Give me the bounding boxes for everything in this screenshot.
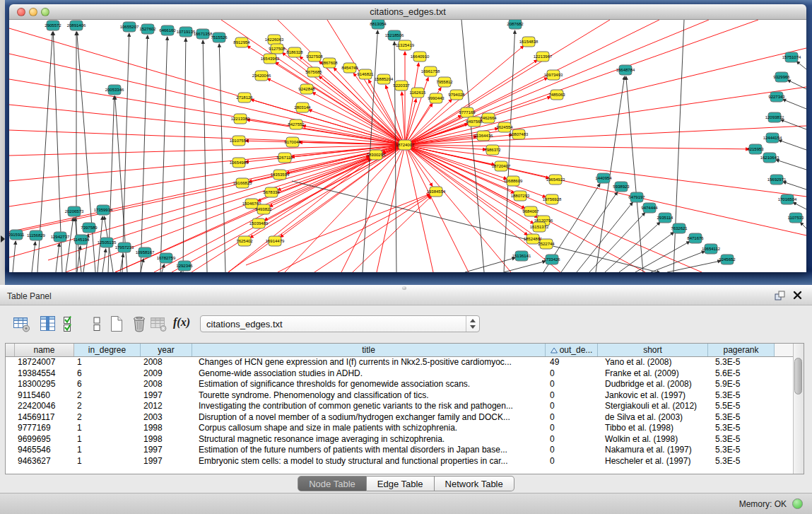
tab-network-table[interactable]: Network Table — [435, 476, 514, 491]
graph-node-9794028[interactable]: 9794028 — [448, 90, 465, 100]
close-window-button[interactable] — [17, 8, 25, 16]
graph-node-7986372[interactable]: 7986372 — [484, 145, 501, 155]
graph-edge[interactable] — [405, 145, 433, 272]
graph-edge[interactable] — [319, 76, 405, 145]
table-row[interactable]: 1872400712008Changes of HCN gene express… — [6, 357, 793, 368]
graph-edge[interactable] — [405, 126, 806, 145]
table-row[interactable]: 969969511998Structural magnetic resonanc… — [6, 434, 793, 445]
zoom-window-button[interactable] — [41, 8, 49, 16]
table-row[interactable]: 1456911722003Disruption of a novel membe… — [6, 412, 793, 424]
graph-node-16210643[interactable]: 16210643 — [760, 153, 779, 163]
table-row[interactable]: 2242004622012Investigating the contribut… — [6, 401, 793, 412]
graph-node-14226063[interactable]: 14226063 — [265, 35, 284, 45]
graph-node-1733426[interactable]: 1733426 — [543, 255, 560, 264]
graph-node-8912954[interactable]: 8912954 — [233, 37, 250, 47]
table-scrollbar[interactable] — [793, 344, 804, 474]
graph-edge[interactable] — [160, 37, 167, 272]
graph-edge[interactable] — [782, 99, 806, 109]
network-canvas[interactable]: 1872400718300295193845548912954142260639… — [9, 20, 806, 272]
graph-node-15885204[interactable]: 15885204 — [375, 74, 394, 84]
graph-node-7485063[interactable]: 7485063 — [548, 90, 565, 100]
graph-node-16914479[interactable]: 16914479 — [266, 236, 285, 246]
graph-node-16640910[interactable]: 16640910 — [411, 52, 430, 62]
graph-node-9777169[interactable]: 9777169 — [459, 107, 476, 117]
network-graph[interactable]: 1872400718300295193845548912954142260639… — [9, 20, 806, 272]
graph-node-9990443[interactable]: 9990443 — [428, 93, 445, 103]
graph-node-16543962[interactable]: 16543962 — [261, 54, 280, 64]
graph-node-12213967[interactable]: 12213967 — [534, 52, 553, 62]
tab-node-table[interactable]: Node Table — [298, 476, 367, 491]
graph-node-15692971[interactable]: 15692971 — [767, 175, 787, 185]
graph-edge[interactable] — [783, 182, 806, 189]
graph-node-19384554[interactable]: 19384554 — [427, 187, 446, 197]
graph-node-9227343[interactable]: 9227343 — [768, 92, 785, 102]
graph-edge[interactable] — [405, 63, 419, 145]
graph-node-9684067[interactable]: 9684067 — [522, 206, 539, 216]
graph-edge[interactable] — [9, 156, 370, 233]
graph-node-10654112[interactable]: 10654112 — [702, 244, 721, 254]
graph-node-2087682[interactable]: 2087682 — [507, 20, 524, 29]
new-table-icon[interactable] — [107, 315, 126, 333]
graph-node-9242848[interactable]: 9242848 — [298, 84, 315, 94]
table-row[interactable]: 977716911998Corpus callosum shape and si… — [6, 423, 793, 434]
divider-grip[interactable] — [402, 286, 406, 290]
float-panel-icon[interactable] — [775, 291, 785, 301]
column-header-pagerank[interactable]: pagerank — [708, 344, 775, 356]
graph-edge[interactable] — [673, 20, 684, 272]
graph-node-19654923[interactable]: 19654923 — [546, 175, 565, 185]
tab-edge-table[interactable]: Edge Table — [367, 476, 435, 491]
graph-node-9245652[interactable]: 9245652 — [719, 255, 736, 264]
graph-node-2522744[interactable]: 2522744 — [538, 239, 555, 249]
combo-stepper-icon[interactable] — [466, 316, 479, 332]
graph-edge[interactable] — [219, 44, 225, 272]
graph-edge[interactable] — [776, 160, 806, 170]
graph-edge[interactable] — [314, 195, 430, 272]
graph-node-18807293[interactable]: 18807293 — [511, 191, 530, 201]
graph-edge[interactable] — [465, 257, 515, 272]
graph-node-7397589[interactable]: 7397589 — [81, 223, 98, 233]
graph-edge[interactable] — [405, 99, 416, 145]
graph-node-8215953[interactable]: 8215953 — [747, 144, 764, 154]
graph-edge[interactable] — [181, 271, 182, 272]
graph-node-7515526[interactable]: 7515526 — [211, 33, 228, 42]
graph-node-12093832[interactable]: 12093832 — [765, 112, 784, 122]
graph-edge[interactable] — [141, 35, 148, 272]
graph-node-9493822[interactable]: 9493822 — [255, 204, 272, 214]
graph-edge[interactable] — [13, 241, 16, 272]
column-header-in_degree[interactable]: in_degree — [74, 344, 141, 356]
graph-node-20206573[interactable]: 20206573 — [65, 206, 84, 216]
graph-node-7632621[interactable]: 7632621 — [671, 223, 688, 233]
graph-node-5678334[interactable]: 5678334 — [263, 187, 280, 197]
graph-node-2718126[interactable]: 2718126 — [236, 93, 253, 103]
graph-node-20053346[interactable]: 20053346 — [105, 85, 124, 95]
graph-node-9146821[interactable]: 9146821 — [357, 69, 374, 79]
graph-node-15218506[interactable]: 15218506 — [385, 30, 404, 40]
graph-node-5938923[interactable]: 5938923 — [613, 182, 630, 192]
graph-node-5267110[interactable]: 5267110 — [277, 153, 294, 163]
graph-node-3915911[interactable]: 3915911 — [9, 230, 25, 240]
graph-node-16671358[interactable]: 16671358 — [194, 29, 213, 39]
column-header-short[interactable]: short — [598, 344, 708, 356]
column-header-title[interactable]: title — [192, 344, 546, 356]
graph-node-10807483[interactable]: 10807483 — [510, 129, 529, 139]
graph-node-15751074[interactable]: 15751074 — [782, 52, 801, 62]
graph-edge[interactable] — [115, 158, 370, 272]
graph-edge[interactable] — [9, 79, 405, 145]
graph-node-2867608[interactable]: 2867608 — [321, 58, 338, 68]
table-scrollbar-thumb[interactable] — [794, 358, 802, 395]
graph-edge[interactable] — [247, 119, 405, 145]
graph-edge[interactable] — [278, 194, 430, 272]
graph-node-5675685[interactable]: 5675685 — [305, 67, 322, 77]
table-select-combo[interactable]: citations_edges.txt — [200, 315, 480, 332]
table-row[interactable]: 1938455462009Genome-wide association stu… — [6, 368, 793, 380]
graph-edge[interactable] — [780, 119, 806, 129]
row-height-icon[interactable] — [88, 315, 106, 333]
graph-node-12444154[interactable]: 12444154 — [763, 133, 782, 143]
graph-node-1527602[interactable]: 1527602 — [139, 24, 156, 34]
table-options-icon[interactable] — [13, 315, 31, 333]
graph-edge[interactable] — [405, 20, 758, 145]
graph-node-6466160[interactable]: 6466160 — [159, 25, 176, 35]
graph-edge[interactable] — [793, 202, 806, 209]
graph-node-16782759[interactable]: 16782759 — [157, 253, 176, 263]
graph-edge[interactable] — [9, 105, 405, 145]
